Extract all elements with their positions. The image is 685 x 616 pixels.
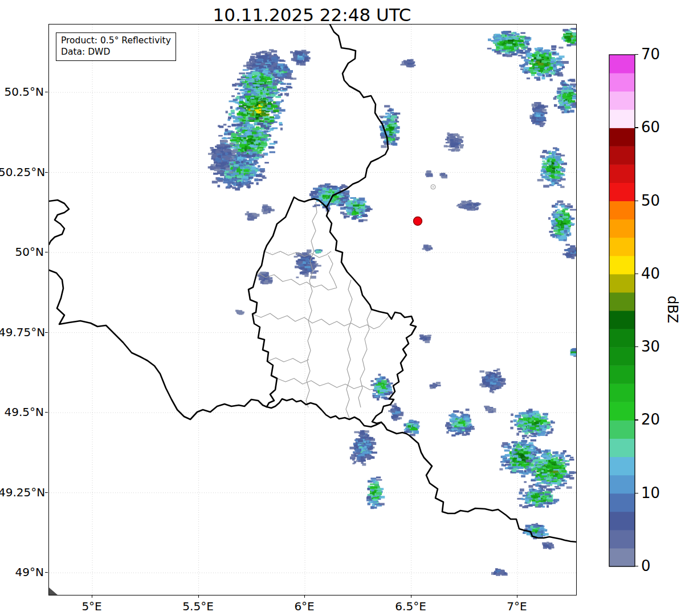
colorbar-tick-mark	[635, 201, 638, 201]
x-tick-mark	[304, 595, 305, 598]
colorbar-tick-label: 70	[641, 46, 660, 63]
colorbar-tick-label: 20	[641, 411, 660, 428]
national-borders	[49, 25, 576, 542]
colorbar-tick-label: 0	[641, 557, 651, 574]
y-tick-label: 50°N	[0, 245, 44, 259]
y-tick-mark	[45, 572, 48, 573]
colorbar-scale	[609, 54, 635, 567]
colorbar-tick-mark	[635, 566, 638, 566]
radar-map	[49, 25, 576, 595]
y-tick-mark	[45, 492, 48, 493]
x-tick-mark	[517, 595, 517, 598]
x-tick-label: 6°E	[294, 599, 314, 613]
y-tick-mark	[45, 92, 48, 92]
y-tick-label: 49.75°N	[0, 325, 44, 339]
product-annotation-line1: Product: 0.5° Reflectivity	[61, 35, 171, 46]
radar-figure: 10.11.2025 22:48 UTC Product: 0.5° Refle…	[0, 0, 685, 616]
colorbar-tick-label: 40	[641, 265, 660, 282]
colorbar-tick-label: 10	[641, 484, 660, 501]
product-annotation-line2: Data: DWD	[61, 46, 171, 58]
y-tick-mark	[45, 252, 48, 252]
product-annotation-box: Product: 0.5° Reflectivity Data: DWD	[56, 32, 176, 61]
colorbar-tick-mark	[635, 274, 638, 274]
colorbar-tick-mark	[635, 54, 638, 55]
radar-site-marker	[414, 217, 422, 226]
colorbar-tick-mark	[635, 419, 638, 420]
colorbar-tick-mark	[635, 127, 638, 128]
map-plot-area: Product: 0.5° Reflectivity Data: DWD	[48, 24, 577, 595]
y-tick-label: 49.5°N	[0, 405, 44, 419]
x-tick-mark	[411, 595, 411, 598]
y-tick-mark	[45, 332, 48, 333]
x-tick-label: 5°E	[81, 599, 101, 613]
colorbar-tick-label: 30	[641, 338, 660, 355]
y-tick-label: 50.25°N	[0, 165, 44, 179]
small-circle-marker-dot	[433, 186, 434, 187]
colorbar-axis-label: dBZ	[664, 296, 680, 323]
x-tick-label: 7°E	[507, 599, 527, 613]
colorbar-tick-mark	[635, 346, 638, 347]
colorbar-tick-mark	[635, 493, 638, 493]
colorbar-tick-label: 50	[641, 192, 660, 209]
y-tick-mark	[45, 172, 48, 173]
y-tick-mark	[45, 412, 48, 413]
colorbar-tick-label: 60	[641, 119, 660, 136]
plot-title: 10.11.2025 22:48 UTC	[48, 5, 576, 25]
x-tick-label: 5.5°E	[182, 599, 213, 613]
y-tick-label: 50.5°N	[0, 85, 44, 99]
x-tick-mark	[92, 595, 92, 598]
corner-wedge	[49, 588, 58, 595]
radar-echoes	[208, 28, 576, 576]
y-tick-label: 49.25°N	[0, 486, 44, 499]
y-tick-label: 49°N	[0, 565, 44, 579]
x-tick-label: 6.5°E	[395, 599, 426, 613]
x-tick-mark	[198, 595, 199, 598]
